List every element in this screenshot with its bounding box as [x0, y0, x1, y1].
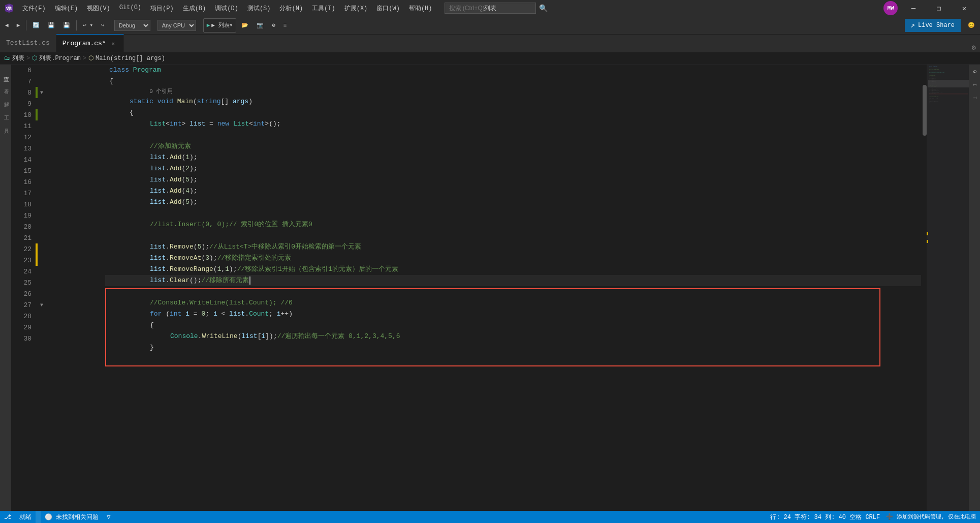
- ln-21-indent: [38, 232, 64, 243]
- menu-edit[interactable]: 编辑(E): [51, 3, 82, 14]
- code-line-17: list.Add(5);: [105, 197, 921, 208]
- live-share-label: Live Share: [918, 22, 955, 29]
- breadcrumb-ns-icon: ⬡: [32, 54, 37, 62]
- platform-select[interactable]: Any CPU x64: [157, 20, 196, 31]
- tab-settings-icon[interactable]: ⚙: [972, 43, 976, 52]
- menu-debug[interactable]: 调试(D): [211, 3, 242, 14]
- menu-bar: 文件(F) 编辑(E) 视图(V) Git(G) 项目(P) 生成(B) 调试(…: [18, 3, 436, 14]
- ln-10-fold: [57, 109, 64, 120]
- ln-27-indent: [46, 299, 64, 311]
- toolbar-more[interactable]: ⚙: [269, 18, 278, 33]
- save-button[interactable]: 💾: [45, 18, 58, 33]
- minimize-button[interactable]: —: [902, 0, 925, 16]
- breadcrumb-method[interactable]: Main(string[] args): [96, 55, 165, 62]
- activity-extensions[interactable]: 具: [1, 119, 11, 130]
- code-line-28: {: [105, 320, 921, 331]
- status-ready[interactable]: 就绪: [19, 513, 31, 521]
- menu-build[interactable]: 生成(B): [179, 3, 210, 14]
- vertical-scrollbar[interactable]: [921, 65, 928, 511]
- line-30-gutter: 30: [11, 333, 105, 344]
- menu-git[interactable]: Git(G): [115, 3, 145, 14]
- code-line-18: [105, 208, 921, 219]
- tab-program-close[interactable]: ✕: [109, 39, 117, 47]
- ln-13-gutter2: [38, 143, 46, 154]
- code-editor[interactable]: 6 7 8: [11, 65, 969, 511]
- line-24-gutter: 24: [11, 266, 105, 277]
- menu-tools[interactable]: 工具(T): [308, 3, 339, 14]
- toolbar-extra[interactable]: ≡: [280, 18, 290, 33]
- undo-button[interactable]: ↩ ▾: [80, 18, 96, 33]
- ln-11-indent: [46, 120, 57, 132]
- ln-7-indent: [46, 76, 57, 87]
- breadcrumb-namespace[interactable]: 列表.Program: [39, 54, 81, 63]
- menu-help[interactable]: 帮助(H): [405, 3, 436, 14]
- toolbar-feedback[interactable]: 😊: [965, 18, 978, 33]
- save-all-button[interactable]: 💾: [60, 18, 73, 33]
- tab-testlist[interactable]: TestList.cs: [0, 34, 56, 52]
- activity-source[interactable]: 解: [1, 93, 11, 103]
- maximize-button[interactable]: ❐: [927, 0, 951, 16]
- status-no-problems[interactable]: ⚪ 未找到相关问题: [45, 513, 99, 521]
- breadcrumb-sep-1: >: [26, 55, 30, 62]
- breadcrumb-method-icon: ⬡: [88, 54, 93, 62]
- nav-forward-button[interactable]: ▶: [14, 18, 23, 33]
- nav-back-button[interactable]: ◀: [2, 18, 12, 33]
- menu-project[interactable]: 项目(P): [146, 3, 178, 14]
- scrollbar-thumb[interactable]: [923, 85, 927, 136]
- ln-28: 28: [11, 313, 36, 320]
- ln-25-indent: [36, 277, 62, 288]
- minimap: class Program { static void Main { List<…: [928, 65, 969, 511]
- status-add-git[interactable]: ➕ 添加到源代码管理, 仅在此电脑: [886, 513, 976, 521]
- code-line-26: //Console.WriteLine(list.Count); //6: [105, 297, 921, 309]
- close-button[interactable]: ✕: [953, 0, 976, 16]
- line-8-gutter: 8 ▼: [11, 87, 105, 98]
- ln-11: 11: [11, 122, 36, 130]
- toolbar-screenshot[interactable]: 📷: [254, 18, 267, 33]
- breadcrumb-bar: 🗂 列表 > ⬡ 列表.Program > ⬡ Main(string[] ar…: [0, 52, 980, 65]
- menu-window[interactable]: 窗口(W): [372, 3, 404, 14]
- run-button[interactable]: ▶ ▶ 列表▾: [203, 18, 236, 33]
- line-29-gutter: 29: [11, 322, 105, 333]
- live-share-button[interactable]: ↗ Live Share: [905, 19, 961, 32]
- line-gutter-area: 6 7 8: [11, 65, 105, 511]
- ln-7-fold: [57, 76, 64, 87]
- right-activity-3[interactable]: T: [969, 93, 979, 103]
- status-filter[interactable]: ▽: [107, 513, 110, 521]
- code-line-11: [105, 130, 921, 141]
- breadcrumb-project[interactable]: 列表: [12, 54, 24, 63]
- config-select[interactable]: Debug Release: [114, 20, 150, 31]
- ln-29: 29: [11, 324, 36, 331]
- line-27-gutter: 27 ▼: [11, 299, 105, 311]
- ln-16: 16: [11, 178, 36, 186]
- right-activity-2[interactable]: I: [969, 80, 979, 90]
- activity-explorer[interactable]: 查: [1, 67, 11, 77]
- redo-button[interactable]: ↪: [98, 18, 108, 33]
- refresh-button[interactable]: 🔄: [29, 18, 43, 33]
- ln-18: 18: [11, 201, 36, 208]
- line-22-gutter: 22: [11, 243, 105, 255]
- toolbar-open[interactable]: 📂: [238, 18, 251, 33]
- code-content[interactable]: class Program { 0 个引用 static void Main(s…: [105, 65, 921, 511]
- ln-20: 20: [11, 223, 36, 231]
- activity-search[interactable]: 看: [1, 80, 11, 90]
- right-activity-git[interactable]: G: [969, 67, 979, 77]
- menu-view[interactable]: 视图(V): [83, 3, 114, 14]
- menu-file[interactable]: 文件(F): [18, 3, 50, 14]
- user-avatar[interactable]: MW: [883, 1, 898, 15]
- code-line-27: for (int i = 0; i < list.Count; i++): [105, 309, 921, 320]
- ln-9-fold: [57, 98, 64, 109]
- minimap-content: class Program { static void Main { List<…: [928, 65, 969, 105]
- menu-analyze[interactable]: 分析(N): [275, 3, 307, 14]
- ln-24-indent: [38, 266, 64, 277]
- activity-run[interactable]: 工: [1, 106, 11, 116]
- line-20-gutter: 20: [11, 221, 105, 232]
- menu-test[interactable]: 测试(S): [243, 3, 275, 14]
- menu-extensions[interactable]: 扩展(X): [340, 3, 372, 14]
- status-position[interactable]: 行: 24 字符: 34 列: 40 空格 CRLF: [770, 513, 880, 521]
- ln-27: 27: [11, 301, 36, 309]
- ln-7: 7: [11, 78, 36, 85]
- tab-program[interactable]: Program.cs* ✕: [56, 34, 124, 52]
- ln-15-indent: [38, 165, 64, 176]
- ln-6-fold[interactable]: [57, 65, 64, 76]
- ln-27-fold[interactable]: ▼: [38, 299, 46, 311]
